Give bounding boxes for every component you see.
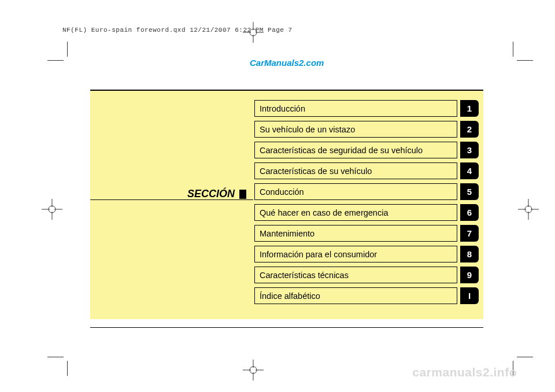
crop-mark <box>513 42 513 57</box>
toc-item-label: Características de seguridad de su vehíc… <box>254 142 457 158</box>
toc-item-tab: 1 <box>460 100 479 117</box>
site-link-top: CarManuals2.com <box>250 58 324 68</box>
toc-item-label: Características de su vehículo <box>254 162 457 179</box>
crop-mark <box>67 361 68 376</box>
toc-item: Conducción 5 <box>254 183 479 200</box>
toc-item-tab: 7 <box>460 225 479 242</box>
crop-mark <box>517 357 533 357</box>
section-heading-row: SECCIÓN <box>90 188 246 200</box>
toc-item-tab: 9 <box>460 267 479 283</box>
bottom-rule <box>90 327 483 328</box>
toc-item: Características de seguridad de su vehíc… <box>254 142 479 158</box>
crop-mark <box>47 357 64 357</box>
toc-item-label: Introducción <box>254 100 457 117</box>
toc-item-tab: 8 <box>460 246 479 262</box>
page-content: SECCIÓN Introducción 1 Su vehículo de un… <box>90 90 483 328</box>
section-underline <box>90 199 253 200</box>
toc-item-tab: 4 <box>460 162 479 179</box>
toc-item: Introducción 1 <box>254 100 479 117</box>
registration-mark-right <box>518 199 539 220</box>
crop-mark <box>517 60 533 61</box>
toc-item-tab: 3 <box>460 142 479 158</box>
toc-item-label: Su vehículo de un vistazo <box>254 121 457 138</box>
section-heading: SECCIÓN <box>187 188 235 200</box>
toc-item-label: Qué hacer en caso de emergencia <box>254 204 457 221</box>
section-marker-icon <box>239 190 246 199</box>
toc-item-label: Información para el consumidor <box>254 246 457 262</box>
toc-list: Introducción 1 Su vehículo de un vistazo… <box>254 100 479 304</box>
registration-mark-left <box>42 199 62 220</box>
toc-item: Índice alfabético I <box>254 287 479 304</box>
site-watermark: carmanuals2.info <box>412 365 517 379</box>
toc-item: Características de su vehículo 4 <box>254 162 479 179</box>
toc-item: Su vehículo de un vistazo 2 <box>254 121 479 138</box>
crop-mark <box>67 42 68 57</box>
toc-item-tab: I <box>460 287 479 304</box>
registration-mark-tl <box>243 22 264 43</box>
toc-panel: SECCIÓN Introducción 1 Su vehículo de un… <box>90 91 483 319</box>
crop-mark <box>47 60 64 61</box>
toc-item: Características técnicas 9 <box>254 267 479 283</box>
toc-item: Qué hacer en caso de emergencia 6 <box>254 204 479 221</box>
toc-item-tab: 2 <box>460 121 479 138</box>
toc-item-label: Conducción <box>254 183 457 200</box>
toc-item-label: Características técnicas <box>254 267 457 283</box>
registration-mark-bottom <box>243 360 264 380</box>
toc-item-label: Índice alfabético <box>254 287 457 304</box>
toc-item: Mantenimiento 7 <box>254 225 479 242</box>
toc-item: Información para el consumidor 8 <box>254 246 479 262</box>
toc-item-tab: 6 <box>460 204 479 221</box>
toc-item-label: Mantenimiento <box>254 225 457 242</box>
toc-item-tab: 5 <box>460 183 479 200</box>
